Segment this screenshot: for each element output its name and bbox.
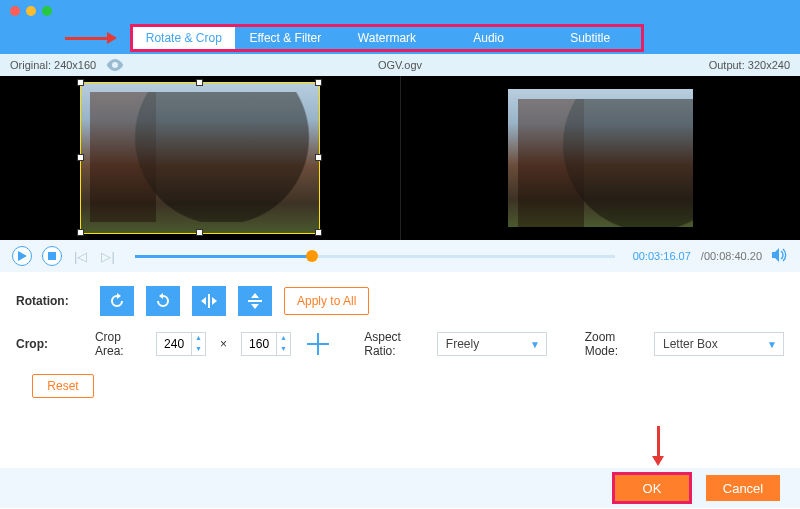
apply-to-all-button[interactable]: Apply to All (284, 287, 369, 315)
crop-area-label: Crop Area: (95, 330, 142, 358)
next-frame-button[interactable]: ▷| (99, 249, 116, 264)
rotate-cw-icon (155, 293, 171, 309)
zoom-mode-select[interactable]: Letter Box ▼ (654, 332, 784, 356)
crop-width-stepper[interactable]: ▲▼ (156, 332, 206, 356)
total-time-label: /00:08:40.20 (701, 250, 762, 262)
rotation-label: Rotation: (16, 294, 100, 308)
preview-row (0, 76, 800, 240)
crop-times-label: × (220, 337, 227, 351)
bottom-bar: OK Cancel (0, 468, 800, 508)
crop-label: Crop: (16, 337, 95, 351)
annotation-arrow-tabs (65, 32, 117, 44)
rotate-ccw-button[interactable] (100, 286, 134, 316)
flip-vertical-button[interactable] (238, 286, 272, 316)
chevron-down-icon: ▼ (767, 339, 777, 350)
annotation-arrow-ok (652, 426, 664, 466)
prev-frame-button[interactable]: |◁ (72, 249, 89, 264)
play-button[interactable] (12, 246, 32, 266)
center-crop-button[interactable] (305, 331, 326, 357)
aspect-ratio-value: Freely (446, 337, 479, 351)
crop-width-input[interactable] (157, 333, 191, 355)
tab-audio[interactable]: Audio (438, 27, 540, 49)
editor-tabbar: Rotate & Crop Effect & Filter Watermark … (0, 22, 800, 54)
window-minimize-button[interactable] (26, 6, 36, 16)
progress-slider[interactable] (135, 255, 615, 258)
chevron-down-icon: ▼ (530, 339, 540, 350)
window-titlebar (0, 0, 800, 22)
original-preview-pane[interactable] (0, 76, 400, 240)
crop-height-input[interactable] (242, 333, 276, 355)
info-bar: Original: 240x160 OGV.ogv Output: 320x24… (0, 54, 800, 76)
play-icon (18, 251, 27, 261)
current-time-label: 00:03:16.07 (633, 250, 691, 262)
progress-fill (135, 255, 313, 258)
rotate-ccw-icon (109, 293, 125, 309)
window-close-button[interactable] (10, 6, 20, 16)
crop-height-down[interactable]: ▼ (277, 344, 290, 355)
tab-rotate-crop[interactable]: Rotate & Crop (133, 27, 235, 49)
output-dimensions-label: Output: 320x240 (709, 59, 790, 71)
window-zoom-button[interactable] (42, 6, 52, 16)
output-video-frame (508, 89, 693, 227)
flip-vertical-icon (248, 293, 262, 309)
crop-selection-frame[interactable] (80, 82, 320, 234)
output-preview-pane (400, 76, 801, 240)
crop-height-stepper[interactable]: ▲▼ (241, 332, 291, 356)
crop-width-up[interactable]: ▲ (192, 333, 205, 344)
stop-button[interactable] (42, 246, 62, 266)
zoom-mode-label: Zoom Mode: (585, 330, 640, 358)
aspect-ratio-label: Aspect Ratio: (364, 330, 423, 358)
aspect-ratio-select[interactable]: Freely ▼ (437, 332, 547, 356)
flip-horizontal-button[interactable] (192, 286, 226, 316)
tab-subtitle[interactable]: Subtitle (539, 27, 641, 49)
annotation-ok-highlight: OK (612, 472, 692, 504)
ok-button[interactable]: OK (615, 475, 689, 501)
tab-effect-filter[interactable]: Effect & Filter (235, 27, 337, 49)
controls-panel: Rotation: Apply to All Crop: Crop Area: … (0, 272, 800, 402)
svg-rect-0 (48, 252, 56, 260)
crop-height-up[interactable]: ▲ (277, 333, 290, 344)
annotation-tabs-highlight: Rotate & Crop Effect & Filter Watermark … (130, 24, 644, 52)
cancel-button[interactable]: Cancel (706, 475, 780, 501)
flip-horizontal-icon (201, 294, 217, 308)
preview-eye-icon[interactable] (106, 59, 124, 71)
zoom-mode-value: Letter Box (663, 337, 718, 351)
stop-icon (48, 252, 56, 260)
transport-bar: |◁ ▷| 00:03:16.07/00:08:40.20 (0, 240, 800, 272)
rotate-cw-button[interactable] (146, 286, 180, 316)
tab-watermark[interactable]: Watermark (336, 27, 438, 49)
original-dimensions-label: Original: 240x160 (10, 59, 96, 71)
reset-button[interactable]: Reset (32, 374, 94, 398)
crop-width-down[interactable]: ▼ (192, 344, 205, 355)
progress-thumb[interactable] (306, 250, 318, 262)
volume-icon[interactable] (772, 248, 788, 265)
